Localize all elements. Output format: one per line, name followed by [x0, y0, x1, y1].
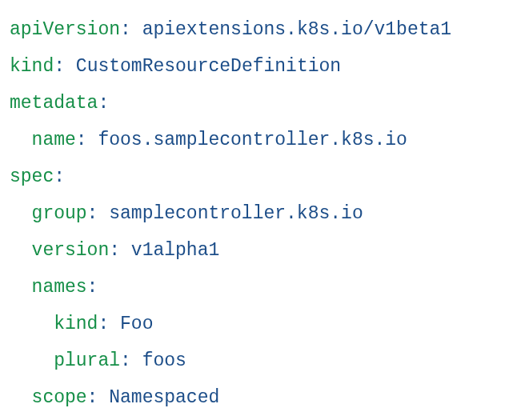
yaml-key: name: [32, 130, 76, 150]
yaml-key: apiVersion: [10, 19, 120, 40]
yaml-key: kind: [10, 56, 54, 77]
yaml-value: Namespaced: [109, 387, 219, 408]
yaml-key: metadata: [10, 93, 98, 114]
yaml-key: scope: [32, 387, 87, 408]
yaml-value: CustomResourceDefinition: [76, 56, 341, 77]
yaml-value: foos: [142, 350, 186, 371]
line-spec-scope: scope: Namespaced: [10, 387, 219, 408]
line-spec-names-kind: kind: Foo: [10, 314, 153, 334]
line-kind: kind: CustomResourceDefinition: [10, 56, 341, 77]
yaml-value: foos.samplecontroller.k8s.io: [98, 130, 407, 150]
yaml-value: v1alpha1: [131, 240, 219, 261]
yaml-key: version: [32, 240, 110, 261]
yaml-key: group: [32, 203, 87, 224]
yaml-key: plural: [54, 350, 120, 371]
line-metadata-name: name: foos.samplecontroller.k8s.io: [10, 130, 407, 150]
line-apiversion: apiVersion: apiextensions.k8s.io/v1beta1: [10, 19, 451, 40]
line-spec-names: names:: [10, 277, 98, 298]
line-spec-version: version: v1alpha1: [10, 240, 219, 261]
yaml-key: names: [32, 277, 87, 298]
yaml-value: samplecontroller.k8s.io: [109, 203, 363, 224]
line-metadata: metadata:: [10, 93, 109, 114]
yaml-snippet: apiVersion: apiextensions.k8s.io/v1beta1…: [0, 0, 521, 420]
yaml-value: apiextensions.k8s.io/v1beta1: [142, 19, 451, 40]
yaml-key: kind: [54, 314, 98, 334]
yaml-value: Foo: [120, 314, 153, 334]
line-spec-names-plural: plural: foos: [10, 350, 186, 371]
yaml-key: spec: [10, 166, 54, 187]
line-spec-group: group: samplecontroller.k8s.io: [10, 203, 363, 224]
line-spec: spec:: [10, 166, 65, 187]
